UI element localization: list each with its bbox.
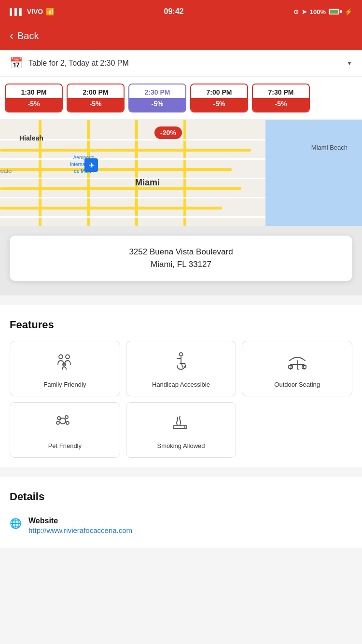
- calendar-icon: 📅: [10, 57, 23, 70]
- map-label-miami-beach: Miami Beach: [311, 144, 348, 151]
- feature-pet-friendly: Pet Friendly: [10, 402, 120, 458]
- signal-icon: ▌▌▌: [10, 8, 24, 15]
- map-road-thin: [0, 178, 265, 179]
- feature-smoking-allowed: Smoking Allowed: [126, 402, 237, 458]
- map-container[interactable]: Hialeah Miami Beach Miami AeroportoInter…: [0, 120, 362, 226]
- address-card: 3252 Buena Vista Boulevard Miami, FL 331…: [10, 236, 352, 281]
- map-label-miami: Miami: [135, 178, 160, 188]
- time-slot-discount-1: -5%: [68, 98, 124, 112]
- map-label-water: water: [0, 168, 13, 174]
- time-slot-0[interactable]: 1:30 PM -5%: [5, 84, 63, 112]
- time-slots-container: 1:30 PM -5% 2:00 PM -5% 2:30 PM -5% 7:00…: [0, 77, 362, 120]
- feature-handicap-accessible: Handicap Accessible: [126, 341, 237, 396]
- website-label: Website: [28, 517, 132, 525]
- features-grid: Family Friendly Handicap Accessible: [10, 341, 352, 458]
- handicap-accessible-icon: [170, 351, 192, 375]
- feature-label-pet-friendly: Pet Friendly: [48, 442, 82, 449]
- detail-website-content: Website http://www.rivierafocacceria.com: [28, 517, 132, 534]
- status-bar: ▌▌▌ VIVO 📶 09:42 ⊙ ➤ 100% ⚡: [0, 0, 362, 21]
- airport-icon: ✈: [84, 158, 98, 172]
- feature-label-smoking-allowed: Smoking Allowed: [157, 442, 205, 449]
- time-slot-discount-3: -5%: [191, 98, 247, 112]
- charging-icon: ⚡: [345, 8, 352, 15]
- svg-point-14: [66, 421, 69, 424]
- carrier-name: VIVO: [27, 8, 43, 15]
- svg-point-1: [66, 355, 70, 359]
- svg-point-3: [179, 353, 182, 356]
- map-road: [0, 149, 251, 152]
- svg-point-0: [59, 355, 63, 359]
- feature-label-handicap-accessible: Handicap Accessible: [152, 381, 210, 388]
- time-slot-time-2: 2:30 PM: [129, 84, 185, 98]
- map-road-thin: [0, 158, 265, 160]
- detail-website-row: 🌐 Website http://www.rivierafocacceria.c…: [10, 513, 352, 538]
- battery-percent: 100%: [310, 8, 326, 15]
- dropdown-arrow-icon: ▼: [347, 60, 352, 67]
- svg-point-13: [56, 421, 59, 424]
- time-slot-time-4: 7:30 PM: [253, 84, 309, 98]
- wifi-icon: 📶: [46, 8, 54, 15]
- status-time: 09:42: [164, 7, 184, 16]
- time-slot-discount-0: -5%: [6, 98, 62, 112]
- details-title: Details: [10, 490, 352, 503]
- feature-label-outdoor-seating: Outdoor Seating: [274, 381, 320, 388]
- time-slot-discount-2: -5%: [129, 98, 185, 112]
- features-section: Features Family Friendly: [0, 305, 362, 467]
- feature-label-family-friendly: Family Friendly: [43, 381, 86, 388]
- details-section: Details 🌐 Website http://www.rivierafoca…: [0, 477, 362, 548]
- map-road: [0, 187, 241, 190]
- back-arrow-icon: ‹: [10, 29, 14, 42]
- status-icons: ⊙ ➤ 100% ⚡: [293, 8, 352, 15]
- map-road: [0, 168, 232, 171]
- time-slot-2[interactable]: 2:30 PM -5%: [128, 84, 186, 112]
- back-label: Back: [17, 30, 39, 42]
- globe-icon: 🌐: [10, 518, 22, 529]
- address-line1: 3252 Buena Vista Boulevard: [21, 247, 341, 257]
- map-road-thin: [0, 197, 265, 198]
- feature-family-friendly: Family Friendly: [10, 341, 120, 396]
- svg-point-12: [65, 416, 68, 419]
- outdoor-seating-icon: [287, 351, 308, 375]
- time-slot-time-3: 7:00 PM: [191, 84, 247, 98]
- address-line2: Miami, FL 33127: [21, 260, 341, 269]
- time-slot-1[interactable]: 2:00 PM -5%: [67, 84, 125, 112]
- website-url[interactable]: http://www.rivierafocacceria.com: [28, 526, 132, 534]
- svg-point-10: [60, 418, 66, 424]
- battery-icon: [329, 9, 342, 14]
- map-road-thin: [0, 216, 265, 218]
- time-slot-time-0: 1:30 PM: [6, 84, 62, 98]
- map-road: [183, 120, 186, 226]
- table-selector-text: Table for 2, Today at 2:30 PM: [28, 59, 341, 68]
- table-selector[interactable]: 📅 Table for 2, Today at 2:30 PM ▼: [0, 50, 362, 77]
- svg-point-2: [63, 363, 66, 366]
- time-slot-time-1: 2:00 PM: [68, 84, 124, 98]
- features-title: Features: [10, 319, 352, 331]
- time-slot-discount-4: -5%: [253, 98, 309, 112]
- back-button[interactable]: ‹ Back: [10, 29, 39, 42]
- lock-icon: ⊙: [293, 8, 299, 15]
- svg-point-11: [57, 417, 60, 420]
- map-road: [135, 120, 138, 226]
- map-road: [0, 207, 222, 210]
- app-header: ‹ Back: [0, 21, 362, 50]
- time-slot-4[interactable]: 7:30 PM -5%: [252, 84, 310, 112]
- feature-outdoor-seating: Outdoor Seating: [242, 341, 352, 396]
- map-label-hialeah: Hialeah: [19, 134, 43, 142]
- time-slot-3[interactable]: 7:00 PM -5%: [190, 84, 248, 112]
- family-friendly-icon: [54, 351, 75, 375]
- map-discount-badge: -20%: [154, 126, 182, 139]
- smoking-allowed-icon: [170, 412, 192, 436]
- location-icon: ➤: [302, 8, 307, 15]
- status-carrier: ▌▌▌ VIVO 📶: [10, 8, 54, 15]
- map-water: [265, 120, 362, 226]
- pet-friendly-icon: [54, 412, 75, 436]
